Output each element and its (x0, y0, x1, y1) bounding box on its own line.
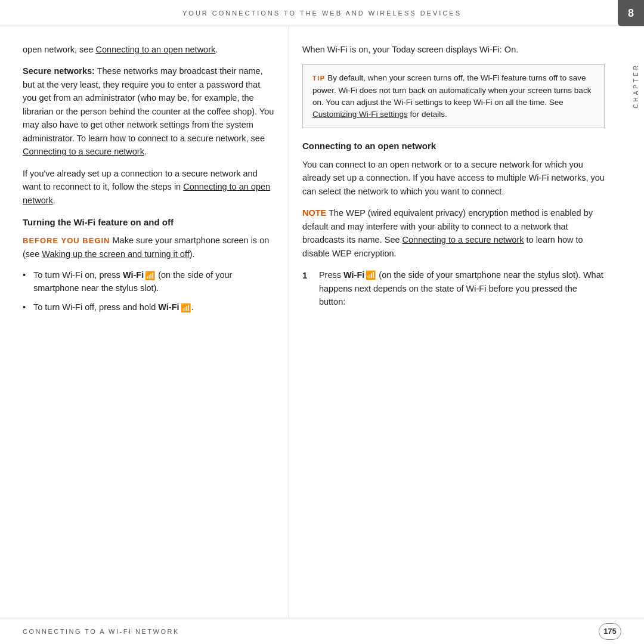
reconnect-paragraph: If you've already set up a connection to… (23, 167, 275, 207)
page-footer: CONNECTING TO A WI-FI NETWORK 175 (0, 618, 644, 644)
left-column: open network, see Connecting to an open … (0, 26, 289, 618)
tip-box: TIP By default, when your screen turns o… (302, 64, 605, 128)
header-title: YOUR CONNECTIONS TO THE WEB AND WIRELESS… (182, 10, 462, 17)
before-begin-label: BEFORE YOU BEGIN (23, 236, 110, 245)
wifi-icon-1: 📶 (145, 270, 155, 282)
step1-wifi-bold: Wi-Fi (343, 270, 364, 280)
chapter-sidebar: CHAPTER (627, 26, 644, 145)
before-you-begin: BEFORE YOU BEGIN Make sure your smartpho… (23, 234, 275, 261)
step-1-text: Press Wi-Fi📶 (on the side of your smartp… (319, 268, 605, 309)
secure-networks-heading: Secure networks: (23, 66, 95, 76)
chapter-number: 8 (628, 7, 634, 20)
wifi-bullet-list: To turn Wi-Fi on, press Wi-Fi📶 (on the s… (23, 269, 275, 314)
open-network-heading: Connecting to an open network (302, 139, 605, 153)
page-header: YOUR CONNECTIONS TO THE WEB AND WIRELESS… (0, 0, 644, 26)
step-1-number: 1 (302, 268, 312, 309)
wifi-bold-1: Wi-Fi (123, 270, 144, 280)
wifi-on-paragraph: When Wi-Fi is on, your Today screen disp… (302, 43, 605, 56)
wifi-icon-step1: 📶 (366, 269, 376, 282)
footer-title: CONNECTING TO A WI-FI NETWORK (23, 628, 179, 635)
open-network-link-intro[interactable]: Connecting to an open network (96, 45, 216, 54)
page-number: 175 (599, 623, 621, 640)
tip-label: TIP (312, 75, 326, 82)
secure-networks-paragraph: Secure networks: These networks may broa… (23, 64, 275, 158)
note-label: NOTE (302, 208, 326, 218)
open-network-paragraph: You can connect to an open network or to… (302, 158, 605, 198)
chapter-label: CHAPTER (633, 63, 639, 109)
intro-prefix: open network, see (23, 45, 96, 54)
tip-settings-link[interactable]: Customizing Wi-Fi settings (312, 110, 408, 119)
note-paragraph: NOTE The WEP (wired equivalent privacy) … (302, 206, 605, 260)
wifi-section-heading: Turning the Wi-Fi feature on and off (23, 215, 275, 229)
right-column: When Wi-Fi is on, your Today screen disp… (289, 26, 627, 618)
wifi-icon-2: 📶 (181, 302, 191, 314)
content-area: open network, see Connecting to an open … (0, 26, 627, 618)
note-secure-link[interactable]: Connecting to a secure network (402, 235, 524, 244)
tip-text: By default, when your screen turns off, … (312, 73, 591, 107)
wifi-bold-2: Wi-Fi (158, 302, 179, 312)
chapter-badge: 8 (618, 0, 644, 26)
bullet-item-1: To turn Wi-Fi on, press Wi-Fi📶 (on the s… (23, 269, 275, 295)
waking-screen-link[interactable]: Waking up the screen and turning it off (42, 249, 189, 259)
intro-paragraph: open network, see Connecting to an open … (23, 43, 275, 56)
secure-networks-body: These networks may broadcast their name,… (23, 66, 274, 143)
bullet-item-2: To turn Wi-Fi off, press and hold Wi-Fi📶… (23, 301, 275, 314)
secure-network-link[interactable]: Connecting to a secure network (23, 147, 144, 156)
step-1: 1 Press Wi-Fi📶 (on the side of your smar… (302, 268, 605, 309)
